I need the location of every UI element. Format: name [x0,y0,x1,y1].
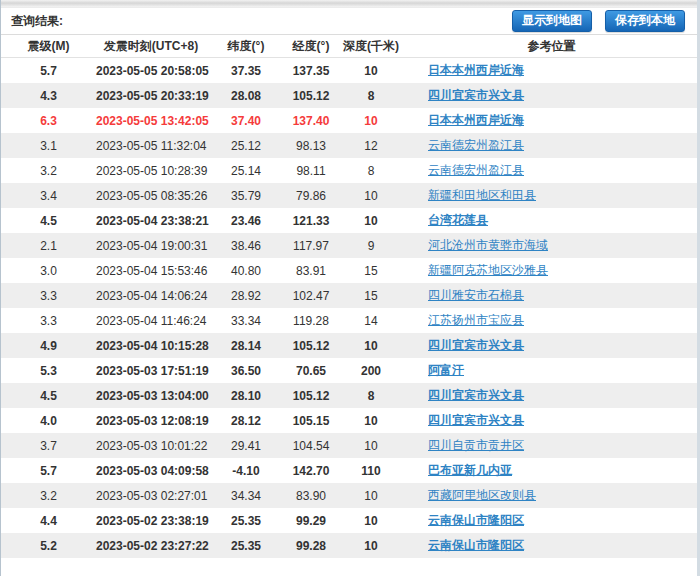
magnitude-cell: 4.5 [1,383,96,408]
latitude-cell: 36.50 [206,358,286,383]
magnitude-cell: 5.3 [1,358,96,383]
results-table-header: 震级(M) 发震时刻(UTC+8) 纬度(°) 经度(°) 深度(千米) 参考位… [1,35,697,58]
location-link[interactable]: 四川宜宾市兴文县 [428,413,524,427]
table-row: 3.1 2023-05-05 11:32:04 25.12 98.13 12 云… [1,133,697,158]
location-link[interactable]: 四川雅安市石棉县 [428,288,524,302]
earthquake-results-page: 查询结果: 显示到地图 保存到本地 震级(M) 发震时刻(UTC+8) 纬度(°… [0,0,700,576]
magnitude-cell: 2.1 [1,233,96,258]
latitude-cell: 33.34 [206,308,286,333]
location-link[interactable]: 阿富汗 [428,363,464,377]
depth-cell: 10 [336,333,406,358]
location-cell: 四川宜宾市兴文县 [406,83,697,108]
location-cell: 河北沧州市黄骅市海域 [406,233,697,258]
longitude-cell: 98.11 [286,158,336,183]
table-row: 5.7 2023-05-05 20:58:05 37.35 137.35 10 … [1,58,697,84]
latitude-cell: 25.14 [206,158,286,183]
latitude-cell: 37.40 [206,108,286,133]
table-row: 3.3 2023-05-04 11:46:24 33.34 119.28 14 … [1,308,697,333]
table-row: 3.3 2023-05-04 14:06:24 28.92 102.47 15 … [1,283,697,308]
table-row: 6.3 2023-05-05 13:42:05 37.40 137.40 10 … [1,108,697,133]
latitude-cell: 25.35 [206,508,286,533]
location-link[interactable]: 江苏扬州市宝应县 [428,313,524,327]
location-link[interactable]: 四川宜宾市兴文县 [428,88,524,102]
latitude-cell: 25.35 [206,533,286,558]
time-cell: 2023-05-05 08:35:26 [96,183,206,208]
location-link[interactable]: 西藏阿里地区改则县 [428,488,536,502]
time-cell: 2023-05-05 20:33:19 [96,83,206,108]
location-cell: 云南德宏州盈江县 [406,158,697,183]
location-link[interactable]: 日本本州西岸近海 [428,113,524,127]
longitude-cell: 70.65 [286,358,336,383]
longitude-cell: 79.86 [286,183,336,208]
location-link[interactable]: 日本本州西岸近海 [428,63,524,77]
longitude-cell: 105.15 [286,408,336,433]
location-cell: 四川宜宾市兴文县 [406,383,697,408]
time-cell: 2023-05-04 23:38:21 [96,208,206,233]
location-link[interactable]: 云南德宏州盈江县 [428,138,524,152]
longitude-cell: 119.28 [286,308,336,333]
depth-cell: 10 [336,183,406,208]
latitude-cell: 34.34 [206,483,286,508]
latitude-cell: 29.41 [206,433,286,458]
location-link[interactable]: 云南德宏州盈江县 [428,163,524,177]
depth-cell: 15 [336,258,406,283]
col-header-location: 参考位置 [406,35,697,58]
magnitude-cell: 3.3 [1,308,96,333]
depth-cell: 10 [336,408,406,433]
location-cell: 江苏扬州市宝应县 [406,308,697,333]
location-link[interactable]: 云南保山市隆阳区 [428,513,524,527]
location-link[interactable]: 台湾花莲县 [428,213,488,227]
magnitude-cell: 4.9 [1,333,96,358]
location-cell: 四川自贡市贡井区 [406,433,697,458]
location-link[interactable]: 河北沧州市黄骅市海域 [428,238,548,252]
magnitude-cell: 3.4 [1,183,96,208]
location-cell: 四川雅安市石棉县 [406,283,697,308]
top-edge-strip [1,0,697,8]
time-cell: 2023-05-03 04:09:58 [96,458,206,483]
longitude-cell: 105.12 [286,83,336,108]
save-to-local-button[interactable]: 保存到本地 [605,10,685,32]
location-link[interactable]: 巴布亚新几内亚 [428,463,512,477]
time-cell: 2023-05-04 11:46:24 [96,308,206,333]
longitude-cell: 98.13 [286,133,336,158]
latitude-cell: 37.35 [206,58,286,84]
col-header-magnitude: 震级(M) [1,35,96,58]
time-cell: 2023-05-04 19:00:31 [96,233,206,258]
time-cell: 2023-05-04 14:06:24 [96,283,206,308]
table-row: 4.4 2023-05-02 23:38:19 25.35 99.29 10 云… [1,508,697,533]
location-link[interactable]: 四川自贡市贡井区 [428,438,524,452]
depth-cell: 12 [336,133,406,158]
location-cell: 四川宜宾市兴文县 [406,408,697,433]
magnitude-cell: 3.0 [1,258,96,283]
location-link[interactable]: 四川宜宾市兴文县 [428,338,524,352]
action-buttons: 显示到地图 保存到本地 [512,10,685,32]
location-link[interactable]: 四川宜宾市兴文县 [428,388,524,402]
query-results-bar: 查询结果: 显示到地图 保存到本地 [1,8,697,35]
magnitude-cell: 3.7 [1,433,96,458]
depth-cell: 110 [336,458,406,483]
location-link[interactable]: 新疆阿克苏地区沙雅县 [428,263,548,277]
longitude-cell: 83.91 [286,258,336,283]
depth-cell: 10 [336,533,406,558]
longitude-cell: 99.29 [286,508,336,533]
depth-cell: 10 [336,108,406,133]
longitude-cell: 104.54 [286,433,336,458]
latitude-cell: 28.10 [206,383,286,408]
magnitude-cell: 3.1 [1,133,96,158]
depth-cell: 10 [336,208,406,233]
show-on-map-button[interactable]: 显示到地图 [512,10,592,32]
location-cell: 巴布亚新几内亚 [406,458,697,483]
location-link[interactable]: 云南保山市隆阳区 [428,538,524,552]
depth-cell: 15 [336,283,406,308]
magnitude-cell: 5.7 [1,58,96,84]
magnitude-cell: 6.3 [1,108,96,133]
col-header-depth: 深度(千米) [336,35,406,58]
latitude-cell: 25.12 [206,133,286,158]
depth-cell: 8 [336,383,406,408]
latitude-cell: 28.14 [206,333,286,358]
time-cell: 2023-05-02 23:27:22 [96,533,206,558]
header-row: 震级(M) 发震时刻(UTC+8) 纬度(°) 经度(°) 深度(千米) 参考位… [1,35,697,58]
location-cell: 日本本州西岸近海 [406,108,697,133]
location-cell: 西藏阿里地区改则县 [406,483,697,508]
location-link[interactable]: 新疆和田地区和田县 [428,188,536,202]
